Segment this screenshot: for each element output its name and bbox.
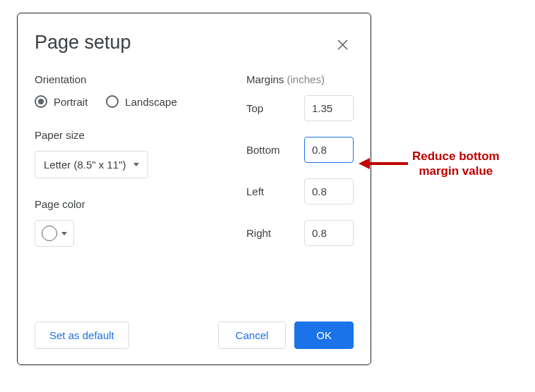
close-button[interactable]: [334, 36, 351, 53]
page-color-picker[interactable]: [35, 220, 74, 247]
portrait-radio[interactable]: Portrait: [35, 95, 88, 108]
close-icon: [337, 39, 348, 50]
margin-left-label: Left: [246, 185, 304, 197]
margin-top-label: Top: [246, 102, 304, 114]
radio-unselected-icon: [106, 95, 119, 108]
right-column: Margins (inches) Top Bottom Left Right: [246, 73, 354, 262]
margin-left-input[interactable]: [304, 178, 354, 204]
margins-units: (inches): [287, 73, 325, 85]
margin-top-row: Top: [246, 95, 354, 121]
paper-size-label: Paper size: [35, 129, 232, 141]
set-as-default-button[interactable]: Set as default: [35, 321, 129, 349]
dialog-title: Page setup: [35, 32, 354, 54]
dialog-footer: Set as default Cancel OK: [35, 321, 354, 349]
margins-label-text: Margins: [246, 73, 284, 85]
margin-top-input[interactable]: [304, 95, 354, 121]
paper-size-select[interactable]: Letter (8.5" x 11"): [35, 151, 148, 178]
margin-right-row: Right: [246, 220, 354, 246]
margin-right-label: Right: [246, 227, 304, 239]
orientation-radio-group: Portrait Landscape: [35, 95, 232, 108]
ok-button[interactable]: OK: [294, 321, 354, 349]
portrait-radio-label: Portrait: [54, 96, 88, 108]
margin-bottom-row: Bottom: [246, 137, 354, 163]
orientation-label: Orientation: [35, 73, 232, 85]
arrow-left-icon: [359, 155, 408, 172]
cancel-button[interactable]: Cancel: [218, 321, 287, 349]
margin-bottom-label: Bottom: [246, 144, 304, 156]
annotation-callout: Reduce bottom margin value: [359, 149, 500, 179]
paper-size-value: Letter (8.5" x 11"): [44, 159, 126, 171]
margin-right-input[interactable]: [304, 220, 354, 246]
annotation-text: Reduce bottom margin value: [412, 149, 500, 179]
landscape-radio[interactable]: Landscape: [106, 95, 176, 108]
chevron-down-icon: [61, 232, 67, 235]
left-column: Orientation Portrait Landscape Paper siz…: [35, 73, 232, 262]
annotation-line2: margin value: [412, 164, 500, 178]
annotation-line1: Reduce bottom: [412, 149, 500, 164]
page-color-label: Page color: [35, 198, 232, 210]
page-setup-dialog: Page setup Orientation Portrait Landscap…: [17, 13, 371, 365]
svg-marker-3: [359, 158, 370, 169]
landscape-radio-label: Landscape: [125, 96, 176, 108]
chevron-down-icon: [133, 163, 139, 166]
margin-left-row: Left: [246, 178, 354, 204]
color-swatch-icon: [42, 226, 57, 241]
radio-selected-icon: [35, 95, 47, 108]
margin-bottom-input[interactable]: [304, 137, 354, 163]
margins-label: Margins (inches): [246, 73, 354, 85]
